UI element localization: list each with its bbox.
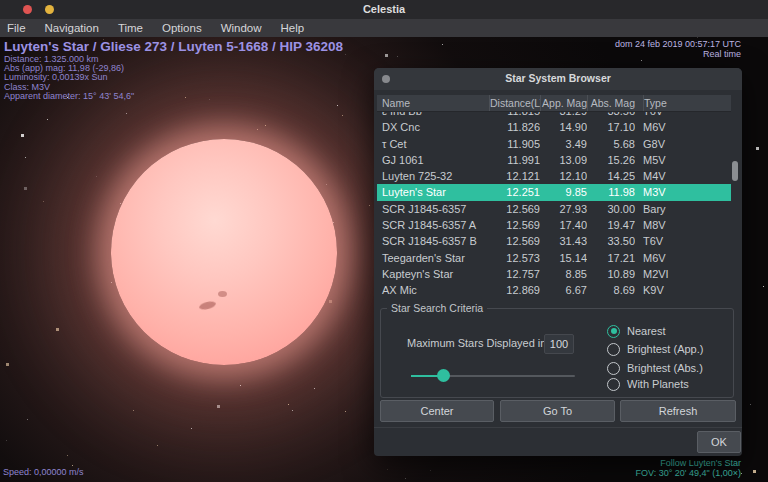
menu-item-navigation[interactable]: Navigation xyxy=(45,22,99,34)
cell-abs_mag: 10.89 xyxy=(587,266,635,282)
column-header-type[interactable]: Type xyxy=(643,95,731,111)
time-mode-text: Real time xyxy=(615,49,741,59)
celestia-window: Celestia FileNavigationTimeOptionsWindow… xyxy=(0,0,768,482)
menu-item-options[interactable]: Options xyxy=(162,22,202,34)
max-stars-value-field[interactable]: 100 xyxy=(544,334,574,354)
menu-item-help[interactable]: Help xyxy=(281,22,305,34)
window-titlebar: Celestia xyxy=(0,0,768,19)
radio-with-planets[interactable]: With Planets xyxy=(607,376,689,392)
cell-distance: 11.826 xyxy=(489,119,540,135)
starfield xyxy=(0,37,1,38)
follow-text: Follow Luyten's Star xyxy=(636,458,742,468)
cell-name: AX Mic xyxy=(377,282,489,298)
column-header-distance[interactable]: Distance(LY) xyxy=(489,95,540,111)
cell-app_mag: 12.10 xyxy=(540,168,587,184)
datetime-block: dom 24 feb 2019 00:57:17 UTC Real time xyxy=(615,39,741,59)
radio-label: With Planets xyxy=(627,378,689,390)
datetime-text: dom 24 feb 2019 00:57:17 UTC xyxy=(615,39,741,49)
table-row[interactable]: GJ 106111.99113.0915.26M5V xyxy=(377,152,731,168)
cell-app_mag: 27.93 xyxy=(540,201,587,217)
cell-name: SCR J1845-6357 B xyxy=(377,233,489,249)
menu-bar: FileNavigationTimeOptionsWindowHelp xyxy=(0,19,768,37)
cell-abs_mag: 19.47 xyxy=(587,217,635,233)
cell-distance: 12.569 xyxy=(489,201,540,217)
cell-abs_mag: 11.98 xyxy=(587,184,635,200)
radio-brightest-abs[interactable]: Brightest (Abs.) xyxy=(607,360,703,376)
menu-item-window[interactable]: Window xyxy=(221,22,262,34)
group-label: Star Search Criteria xyxy=(387,302,487,314)
cell-distance: 12.569 xyxy=(489,217,540,233)
cell-abs_mag: 5.68 xyxy=(587,136,635,152)
table-row[interactable]: ε Ind Bb11.81531.2933.56T6V xyxy=(377,112,731,119)
cell-type: K9V xyxy=(643,282,731,298)
star-table: Name Distance(LY) App. Mag Abs. Mag Type… xyxy=(377,95,739,303)
cell-abs_mag: 15.26 xyxy=(587,152,635,168)
star-system-browser-dialog: Star System Browser Name Distance(LY) Ap… xyxy=(374,68,742,456)
menu-item-file[interactable]: File xyxy=(7,22,26,34)
cell-app_mag: 31.29 xyxy=(540,112,587,119)
cell-type: M8V xyxy=(643,217,731,233)
refresh-button[interactable]: Refresh xyxy=(620,400,736,422)
dialog-title: Star System Browser xyxy=(374,72,742,84)
cell-type: G8V xyxy=(643,136,731,152)
radio-label: Nearest xyxy=(627,325,666,337)
cell-name: Luyten's Star xyxy=(377,184,489,200)
hud-info-line: Apparent diameter: 15° 43' 54,6" xyxy=(4,92,134,101)
table-row[interactable]: τ Cet11.9053.495.68G8V xyxy=(377,136,731,152)
table-row[interactable]: Luyten 725-3212.12112.1014.25M4V xyxy=(377,168,731,184)
cell-distance: 12.251 xyxy=(489,184,540,200)
table-row[interactable]: Luyten's Star12.2519.8511.98M3V xyxy=(377,184,731,200)
radio-label: Brightest (Abs.) xyxy=(627,362,703,374)
max-stars-slider-track[interactable] xyxy=(411,375,575,377)
follow-fov-block: Follow Luyten's Star FOV: 30° 20' 49,4" … xyxy=(636,458,742,478)
luytens-star-rendering[interactable] xyxy=(111,139,337,365)
radio-icon xyxy=(607,343,620,356)
table-row[interactable]: AX Mic12.8696.678.69K9V xyxy=(377,282,731,298)
table-row[interactable]: SCR J1845-635712.56927.9330.00Bary xyxy=(377,201,731,217)
column-header-absmag[interactable]: Abs. Mag xyxy=(587,95,635,111)
cell-abs_mag: 17.10 xyxy=(587,119,635,135)
goto-button[interactable]: Go To xyxy=(500,400,615,422)
cell-type: Bary xyxy=(643,201,731,217)
cell-app_mag: 6.67 xyxy=(540,282,587,298)
cell-distance: 12.757 xyxy=(489,266,540,282)
max-stars-label: Maximum Stars Displayed in List xyxy=(407,337,567,349)
menu-item-time[interactable]: Time xyxy=(118,22,143,34)
cell-app_mag: 31.43 xyxy=(540,233,587,249)
ok-button[interactable]: OK xyxy=(697,431,741,453)
cell-distance: 12.121 xyxy=(489,168,540,184)
radio-brightest-app[interactable]: Brightest (App.) xyxy=(607,341,703,357)
dialog-titlebar[interactable]: Star System Browser xyxy=(374,68,742,90)
column-header-name[interactable]: Name xyxy=(377,95,489,111)
cell-app_mag: 15.14 xyxy=(540,250,587,266)
cell-distance: 11.991 xyxy=(489,152,540,168)
center-button[interactable]: Center xyxy=(380,400,494,422)
cell-type: M6V xyxy=(643,119,731,135)
table-row[interactable]: Kapteyn's Star12.7578.8510.89M2VI xyxy=(377,266,731,282)
star-search-criteria-group: Star Search Criteria Maximum Stars Displ… xyxy=(380,308,734,398)
cell-distance: 12.869 xyxy=(489,282,540,298)
fov-text: FOV: 30° 20' 49,4" (1,00×) xyxy=(636,468,742,478)
max-stars-slider-handle[interactable] xyxy=(437,369,450,382)
table-row[interactable]: DX Cnc11.82614.9017.10M6V xyxy=(377,119,731,135)
cell-name: SCR J1845-6357 xyxy=(377,201,489,217)
cell-abs_mag: 33.56 xyxy=(587,112,635,119)
cell-type: M4V xyxy=(643,168,731,184)
cell-app_mag: 13.09 xyxy=(540,152,587,168)
cell-type: T6V xyxy=(643,233,731,249)
cell-type: M2VI xyxy=(643,266,731,282)
table-scrollbar-thumb[interactable] xyxy=(732,161,738,181)
cell-name: ε Ind Bb xyxy=(377,112,489,119)
selection-title: Luyten's Star / Gliese 273 / Luyten 5-16… xyxy=(4,39,343,54)
column-header-appmag[interactable]: App. Mag xyxy=(540,95,587,111)
table-row[interactable]: SCR J1845-6357 B12.56931.4333.50T6V xyxy=(377,233,731,249)
star-table-body: ε Ind Bb11.81531.2933.56T6VDX Cnc11.8261… xyxy=(377,112,739,303)
cell-name: Kapteyn's Star xyxy=(377,266,489,282)
radio-nearest[interactable]: Nearest xyxy=(607,323,666,339)
cell-type: M5V xyxy=(643,152,731,168)
button-separator xyxy=(374,427,742,428)
table-row[interactable]: SCR J1845-6357 A12.56917.4019.47M8V xyxy=(377,217,731,233)
table-row[interactable]: Teegarden's Star12.57315.1417.21M6V xyxy=(377,250,731,266)
cell-app_mag: 9.85 xyxy=(540,184,587,200)
radio-icon xyxy=(607,378,620,391)
